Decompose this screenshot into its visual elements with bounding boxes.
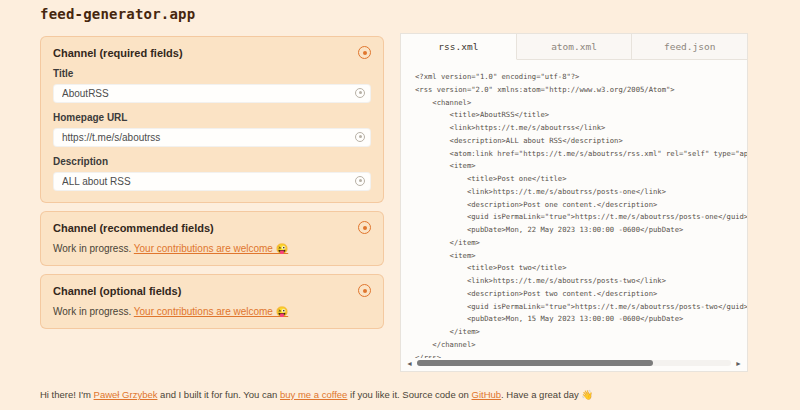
panel-recommended-header: Channel (recommended fields) [53,221,371,234]
scroll-right-arrow-icon[interactable]: ► [735,360,742,367]
page-title: feed-generator.app [40,6,195,22]
title-input[interactable] [53,84,371,103]
horizontal-scrollbar: ◄ ► [401,358,747,371]
scroll-left-arrow-icon[interactable]: ◄ [406,360,413,367]
panel-optional-header: Channel (optional fields) [53,284,371,297]
expand-toggle-icon[interactable] [358,221,371,234]
panel-optional-title: Channel (optional fields) [53,285,181,297]
work-in-progress-text: Work in progress. [53,306,134,317]
panel-channel-optional: Channel (optional fields) Work in progre… [40,274,384,329]
preview-tab-bar: rss.xml atom.xml feed.json [401,34,747,60]
tab-atom-xml[interactable]: atom.xml [517,34,633,60]
homepage-url-field-label: Homepage URL [53,112,371,123]
panel-recommended-body: Work in progress. Your contributions are… [53,243,371,254]
title-input-wrap [53,83,371,103]
author-link[interactable]: Paweł Grzybek [94,389,158,400]
feed-preview-panel: rss.xml atom.xml feed.json <?xml version… [400,33,748,372]
buy-me-a-coffee-link[interactable]: buy me a coffee [280,389,347,400]
footer-text: if you like it. Source code on [347,389,471,400]
collapse-toggle-icon[interactable] [358,46,371,59]
panel-recommended-title: Channel (recommended fields) [53,222,214,234]
panel-channel-recommended: Channel (recommended fields) Work in pro… [40,211,384,266]
github-link[interactable]: GitHub [472,389,502,400]
description-input-wrap [53,171,371,191]
panel-optional-body: Work in progress. Your contributions are… [53,306,371,317]
feed-code-output: <?xml version="1.0" encoding="utf-8"?> <… [401,60,747,358]
scrollbar-thumb[interactable] [417,360,653,366]
homepage-url-input-wrap [53,127,371,147]
panel-channel-required: Channel (required fields) Title Homepage… [40,36,384,203]
work-in-progress-text: Work in progress. [53,243,134,254]
contributions-link[interactable]: Your contributions are welcome 😜 [134,243,288,254]
footer: Hi there! I'm Paweł Grzybek and I built … [40,389,593,400]
tab-feed-json[interactable]: feed.json [632,34,747,60]
info-icon [355,132,365,142]
form-column: Channel (required fields) Title Homepage… [40,36,384,329]
expand-toggle-icon[interactable] [358,284,371,297]
scrollbar-track[interactable] [417,360,731,366]
info-icon [355,88,365,98]
panel-required-header: Channel (required fields) [53,46,371,59]
panel-required-title: Channel (required fields) [53,47,183,59]
title-field-label: Title [53,68,371,79]
description-input[interactable] [53,172,371,191]
contributions-link[interactable]: Your contributions are welcome 😜 [134,306,288,317]
footer-text: and I built it for fun. You can [157,389,280,400]
homepage-url-input[interactable] [53,128,371,147]
info-icon [355,176,365,186]
footer-intro-text: Hi there! I'm [40,389,94,400]
description-field-label: Description [53,156,371,167]
footer-outro-text: . Have a great day 👋 [501,389,593,400]
tab-rss-xml[interactable]: rss.xml [401,34,517,60]
